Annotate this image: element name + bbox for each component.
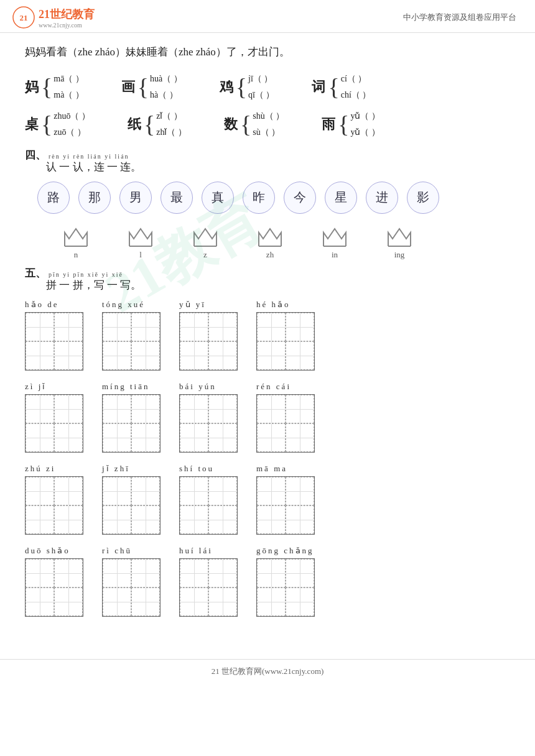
circle-jin: 今	[284, 182, 316, 214]
circle-ying: 影	[407, 182, 439, 214]
svg-text:21: 21	[20, 13, 28, 22]
pinyin-ren-cai: rén cái	[256, 382, 291, 392]
grid-ma-ma	[256, 476, 315, 535]
crown-z: z	[192, 226, 219, 260]
cell	[257, 423, 286, 452]
section4-num: 四、	[25, 148, 46, 162]
cell	[26, 341, 54, 370]
intro-sentence: 妈妈看着（zhe zháo）妹妹睡着（zhe zháo）了，才出门。	[25, 43, 510, 62]
writing-item-ming-tian: míng tiān	[102, 382, 160, 453]
cell	[286, 505, 314, 534]
section4-header: 四、 rèn yi rèn lián yi lián 认 一 认，连 一 连。	[25, 148, 510, 174]
cell	[257, 477, 286, 505]
writing-row-1: hǎo de tóng xué yǔ yī	[25, 300, 510, 371]
logo-main: 21世纪教育	[39, 8, 95, 21]
pinyin-qi1: qī（ ）	[248, 90, 274, 101]
bracket-char-ma: 妈	[25, 78, 39, 96]
grid-hao-de	[25, 312, 83, 371]
crown-label-ing: ing	[394, 250, 405, 260]
grid-duo-shao	[25, 558, 83, 617]
pinyin-zi3: zǐ（ ）	[156, 111, 182, 122]
cell	[103, 477, 131, 505]
bracket-group-ma: 妈 { mā（ ） mà（ ）	[25, 73, 84, 101]
writing-item-ji-zhi: jǐ zhī	[102, 464, 160, 535]
logo-area: 21 21世纪教育 www.21cnjy.com	[12, 6, 95, 29]
cell	[257, 588, 286, 616]
logo-sub: www.21cnjy.com	[39, 22, 95, 29]
cell	[208, 341, 237, 370]
cell	[180, 395, 208, 423]
crown-zh: zh	[256, 226, 284, 260]
cell	[26, 477, 54, 505]
pinyin-shu4: shù（ ）	[253, 111, 284, 122]
cell	[180, 477, 208, 505]
circle-lu: 路	[37, 182, 70, 214]
grid-bai-yun	[179, 394, 238, 453]
cell	[54, 313, 83, 341]
cell	[54, 588, 83, 616]
crown-n: n	[62, 226, 90, 260]
bracket-char-shu: 数	[224, 115, 238, 134]
cell	[103, 505, 131, 534]
pinyin-su4: sù（ ）	[253, 127, 280, 138]
writing-item-ri-chu: rì chū	[102, 546, 160, 617]
pinyin-he-hao: hé hǎo	[256, 300, 291, 310]
bracket-group-zhuo: 桌 { zhuō（ ） zuō（ ）	[25, 111, 90, 138]
pinyin-ji1: jī（ ）	[248, 73, 272, 85]
cell	[180, 588, 208, 616]
section5-pinyin: pīn yi pīn xiě yi xiě	[49, 271, 123, 278]
cell	[54, 559, 83, 588]
bracket-group-shu: 数 { shù（ ） sù（ ）	[224, 111, 284, 138]
crown-row: n l z zh	[62, 226, 510, 260]
cell	[180, 423, 208, 452]
grid-zi-ji	[25, 394, 83, 453]
writing-row-4: duō shǎo rì chū huí lái	[25, 546, 510, 617]
circle-xing: 星	[325, 182, 357, 214]
header: 21 21世纪教育 www.21cnjy.com 中小学教育资源及组卷应用平台	[0, 0, 535, 33]
writing-section: hǎo de tóng xué yǔ yī	[25, 300, 510, 617]
bracket-char-hua: 画	[121, 78, 135, 96]
grid-ri-chu	[102, 558, 160, 617]
cell	[26, 313, 54, 341]
pinyin-zuo1: zuō（ ）	[54, 127, 86, 138]
crown-icon-ing	[386, 226, 413, 249]
section5-title: 拼 一 拼，写 一 写。	[46, 278, 141, 292]
cell	[26, 395, 54, 423]
writing-item-duo-shao: duō shǎo	[25, 546, 83, 617]
bracket-char-zhi: 纸	[128, 115, 141, 134]
crown-label-n: n	[74, 250, 78, 260]
pinyin-zhu-zi: zhú zi	[25, 464, 55, 474]
footer-text: 21 世纪教育网(www.21cnjy.com)	[212, 666, 324, 676]
cell	[131, 559, 160, 588]
writing-item-he-hao: hé hǎo	[256, 300, 315, 371]
cell	[180, 505, 208, 534]
crown-in: in	[321, 226, 348, 260]
cell	[257, 559, 286, 588]
cell	[54, 505, 83, 534]
cell	[54, 423, 83, 452]
writing-row-3: zhú zi jǐ zhī shí tou	[25, 464, 510, 535]
pinyin-maa: mā（ ）	[54, 73, 84, 85]
crown-icon-n	[62, 226, 90, 249]
bracket-section-2: 桌 { zhuō（ ） zuō（ ） 纸 { zǐ（ ） zhǐ（ ）	[25, 111, 510, 138]
pinyin-gong-chang: gōng chǎng	[256, 546, 314, 556]
writing-item-zi-ji: zì jǐ	[25, 382, 83, 453]
pinyin-ji-zhi: jǐ zhī	[102, 464, 130, 474]
cell	[131, 423, 160, 452]
pinyin-hao-de: hǎo de	[25, 300, 59, 310]
grid-hui-lai	[179, 558, 238, 617]
pinyin-ma4: mà（ ）	[54, 90, 84, 101]
pinyin-hua4: huà（ ）	[150, 73, 182, 85]
cell	[103, 395, 131, 423]
pinyin-zhuo1: zhuō（ ）	[54, 111, 90, 122]
cell	[286, 313, 314, 341]
cell	[54, 341, 83, 370]
cell	[208, 588, 237, 616]
crown-l: l	[127, 226, 154, 260]
pinyin-chi2: chí（ ）	[341, 90, 371, 101]
pinyin-hui-lai: huí lái	[179, 546, 213, 556]
cell	[286, 588, 314, 616]
pinyin-ri-chu: rì chū	[102, 546, 132, 556]
cell	[131, 313, 160, 341]
writing-item-ma-ma: mā ma	[256, 464, 315, 535]
